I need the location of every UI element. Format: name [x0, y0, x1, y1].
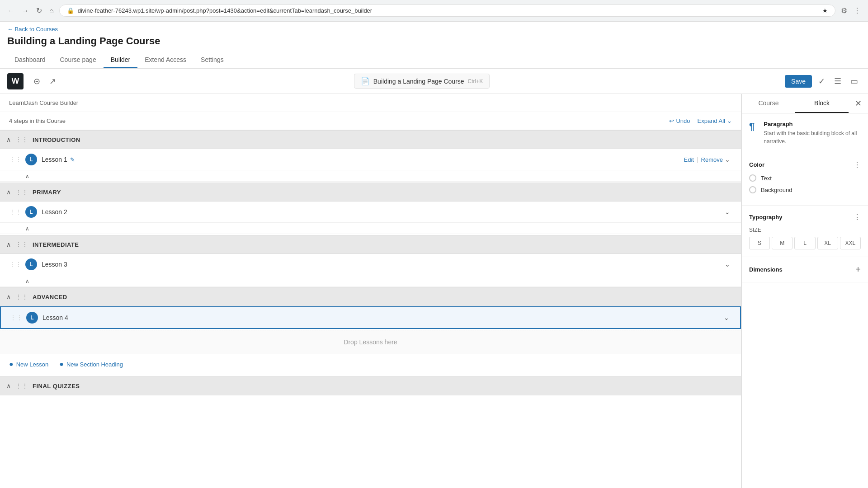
add-section-label: New Section Heading — [66, 361, 123, 368]
lesson-sep-1: | — [697, 156, 698, 163]
save-button[interactable]: Save — [785, 75, 812, 88]
lesson-name-4: Lesson 4 — [42, 314, 722, 321]
section-heading-intermediate: ∧ ⋮⋮ INTERMEDIATE — [0, 235, 741, 254]
tab-dashboard[interactable]: Dashboard — [7, 52, 53, 68]
collapse-intermediate-button[interactable]: ∧ — [6, 241, 11, 248]
lesson-row-1[interactable]: ⋮⋮ L Lesson 1 ✎ Edit | Remove ⌄ — [0, 149, 741, 170]
back-button[interactable]: ← — [5, 5, 16, 17]
dimensions-title: Dimensions — [749, 266, 783, 273]
typography-more-button[interactable]: ⋮ — [854, 213, 861, 221]
lesson-name-2: Lesson 2 — [42, 208, 723, 216]
tab-builder[interactable]: Builder — [104, 52, 138, 68]
drag-handle-final-quizzes[interactable]: ⋮⋮ — [15, 382, 28, 389]
address-bar[interactable]: 🔒 divine-feather-76243.wp1.site/wp-admin… — [59, 5, 835, 17]
collapse-final-quizzes-button[interactable]: ∧ — [6, 382, 11, 389]
tab-course[interactable]: Course — [742, 94, 795, 113]
document-name-bar[interactable]: 📄 Building a Landing Page Course Ctrl+K — [354, 74, 490, 89]
external-link-button[interactable]: ↗ — [47, 74, 59, 89]
tab-block[interactable]: Block — [795, 94, 849, 113]
back-to-courses-link[interactable]: ← Back to Courses — [7, 26, 58, 33]
collapse-introduction-button[interactable]: ∧ — [6, 136, 11, 143]
section-heading-primary: ∧ ⋮⋮ PRIMARY — [0, 183, 741, 202]
drop-zone: Drop Lessons here — [0, 330, 741, 354]
color-row-text: Text — [749, 174, 861, 182]
drag-handle-lesson3[interactable]: ⋮⋮ — [9, 261, 22, 268]
wp-top-bar: ← Back to Courses Building a Landing Pag… — [0, 22, 868, 69]
section-heading-advanced: ∧ ⋮⋮ ADVANCED — [0, 287, 741, 306]
size-xxl-button[interactable]: XXL — [840, 237, 861, 249]
color-radio-background[interactable] — [749, 186, 756, 193]
document-name: Building a Landing Page Course — [373, 78, 464, 85]
forward-button[interactable]: → — [20, 5, 31, 17]
editor-container: W ⊝ ↗ 📄 Building a Landing Page Course C… — [0, 69, 868, 488]
color-label-text: Text — [761, 175, 772, 182]
home-button[interactable]: ⌂ — [47, 5, 56, 17]
lesson-actions-1: Edit | Remove — [684, 156, 723, 163]
collapse-primary-button[interactable]: ∧ — [6, 188, 11, 196]
lesson-collapse-button-2[interactable]: ∧ — [25, 225, 29, 232]
section-heading-introduction: ∧ ⋮⋮ INTRODUCTION — [0, 130, 741, 149]
add-section-button[interactable]: ● New Section Heading — [59, 360, 123, 368]
right-sidebar: Course Block ✕ ¶ Paragraph Start with th… — [741, 94, 868, 488]
menu-button[interactable]: ⋮ — [852, 5, 863, 17]
color-radio-text[interactable] — [749, 174, 756, 182]
size-m-button[interactable]: M — [772, 237, 793, 249]
dimensions-add-button[interactable]: + — [855, 264, 861, 275]
size-xl-button[interactable]: XL — [817, 237, 838, 249]
lesson-icon-1: L — [25, 154, 37, 165]
typography-section: Typography ⋮ SIZE S M L XL XXL — [742, 206, 868, 257]
lesson-name-3: Lesson 3 — [42, 261, 723, 268]
extensions-button[interactable]: ⚙ — [839, 5, 849, 17]
document-shortcut: Ctrl+K — [468, 78, 483, 84]
lesson-expand-button-2[interactable]: ⌄ — [723, 206, 732, 217]
color-more-button[interactable]: ⋮ — [854, 160, 861, 169]
lesson-expand-button-1[interactable]: ⌄ — [723, 154, 732, 165]
block-title: Paragraph — [764, 121, 861, 127]
check-icon-button[interactable]: ✓ — [816, 74, 828, 89]
size-l-button[interactable]: L — [794, 237, 815, 249]
collapse-advanced-button[interactable]: ∧ — [6, 293, 11, 300]
lesson-expand-button-3[interactable]: ⌄ — [723, 259, 732, 270]
add-lesson-button[interactable]: ● New Lesson — [9, 360, 48, 368]
lesson-collapse-button-3[interactable]: ∧ — [25, 278, 29, 284]
grid-view-button[interactable]: ⊝ — [31, 74, 43, 89]
lesson-row-2[interactable]: ⋮⋮ L Lesson 2 ⌄ — [0, 202, 741, 223]
color-section-header: Color ⋮ — [749, 160, 861, 169]
drag-handle-advanced[interactable]: ⋮⋮ — [15, 293, 28, 300]
lesson-expand-button-4[interactable]: ⌄ — [722, 312, 731, 323]
section-title-final-quizzes: FINAL QUIZZES — [33, 383, 80, 389]
tab-settings[interactable]: Settings — [193, 52, 231, 68]
lesson-inline-edit-icon-1[interactable]: ✎ — [70, 156, 75, 163]
color-section: Color ⋮ Text Background — [742, 153, 868, 206]
nav-tabs: Dashboard Course page Builder Extend Acc… — [7, 52, 861, 68]
size-s-button[interactable]: S — [749, 237, 770, 249]
sidebar-toggle-button[interactable]: ▭ — [848, 74, 861, 89]
color-label-background: Background — [761, 187, 792, 193]
lesson-collapse-button-1[interactable]: ∧ — [25, 173, 29, 179]
lesson-row-4[interactable]: ⋮⋮ L Lesson 4 ⌄ — [0, 306, 741, 329]
tab-extend-access[interactable]: Extend Access — [137, 52, 193, 68]
drag-handle-lesson2[interactable]: ⋮⋮ — [9, 208, 22, 216]
sidebar-close-button[interactable]: ✕ — [849, 94, 868, 113]
star-icon[interactable]: ★ — [822, 7, 828, 14]
drag-handle-lesson1[interactable]: ⋮⋮ — [9, 156, 22, 163]
wp-logo-icon[interactable]: W — [7, 73, 24, 89]
lesson-edit-link-1[interactable]: Edit — [684, 156, 694, 163]
list-view-button[interactable]: ☰ — [831, 74, 844, 89]
steps-count: 4 steps in this Course — [9, 117, 66, 124]
section-primary: ∧ ⋮⋮ PRIMARY ⋮⋮ L Lesson 2 ⌄ ∧ — [0, 183, 741, 234]
expand-all-button[interactable]: Expand All ⌄ — [698, 117, 732, 124]
lesson-sub-expand-2: ∧ — [0, 223, 741, 234]
drag-handle-lesson4[interactable]: ⋮⋮ — [10, 314, 23, 321]
url-text: divine-feather-76243.wp1.site/wp-admin/p… — [78, 7, 819, 14]
drag-handle-primary[interactable]: ⋮⋮ — [15, 188, 28, 196]
reload-button[interactable]: ↻ — [34, 5, 44, 17]
undo-button[interactable]: ↩ Undo — [669, 117, 690, 124]
lesson-icon-4: L — [26, 312, 38, 324]
tab-course-page[interactable]: Course page — [53, 52, 104, 68]
lesson-remove-link-1[interactable]: Remove — [701, 156, 723, 163]
lesson-row-3[interactable]: ⋮⋮ L Lesson 3 ⌄ — [0, 254, 741, 275]
typography-header: Typography ⋮ — [749, 213, 861, 221]
drag-handle-introduction[interactable]: ⋮⋮ — [15, 136, 28, 143]
drag-handle-intermediate[interactable]: ⋮⋮ — [15, 241, 28, 248]
